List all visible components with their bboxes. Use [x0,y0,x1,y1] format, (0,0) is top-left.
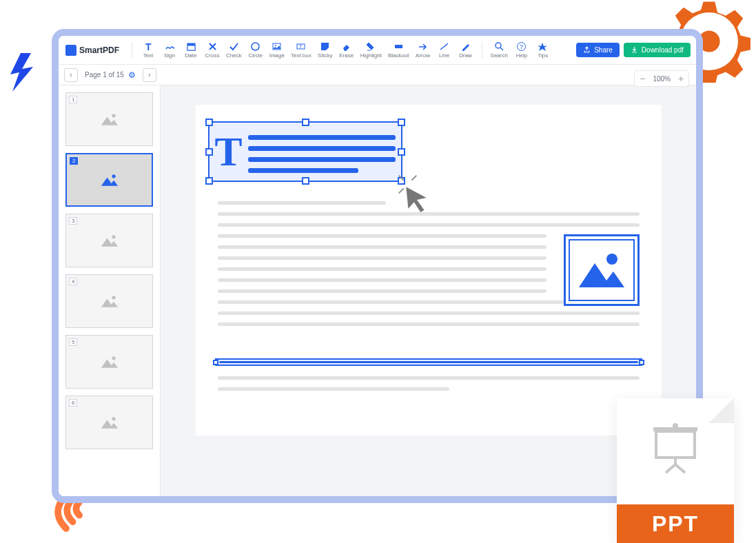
check-icon [229,41,239,52]
svg-line-10 [440,43,448,50]
prev-page-button[interactable]: ‹ [64,68,78,82]
resize-handle[interactable] [302,119,309,126]
ppt-file-icon: PPT [617,398,734,543]
arrow-icon [418,41,428,52]
tool-cross[interactable]: Cross [202,40,223,60]
image-icon [272,41,282,52]
resize-handle[interactable] [205,119,213,126]
tool-check[interactable]: Check [223,40,245,60]
canvas-area[interactable]: T [161,85,696,496]
svg-point-20 [112,417,115,420]
draw-icon [460,41,471,52]
search-icon [494,41,504,52]
tool-search[interactable]: Search [488,40,511,60]
svg-line-22 [411,176,416,181]
image-icon [101,415,119,430]
content-area: 123456 T [59,85,696,496]
svg-point-5 [275,45,276,46]
tool-line[interactable]: Line [434,40,455,60]
date-icon [186,41,196,52]
tool-highlight[interactable]: Highlight [358,40,385,60]
toolbar: SmartPDF TTextSignDateCrossCheckCircleIm… [59,36,696,65]
brand-icon [65,45,76,56]
file-type-label: PPT [652,511,699,537]
image-icon [101,233,119,248]
resize-handle[interactable] [205,148,213,156]
svg-point-18 [112,296,115,299]
tool-sticky[interactable]: Sticky [315,40,336,60]
resize-handle[interactable] [205,177,213,185]
tool-help[interactable]: ?Help [511,40,532,60]
next-page-button[interactable]: › [143,68,156,82]
svg-line-28 [666,464,675,473]
thumbnail-5[interactable]: 5 [65,335,153,389]
svg-point-3 [252,43,259,50]
svg-line-21 [398,176,403,181]
share-icon [583,46,591,54]
tool-text-box[interactable]: TText box [288,40,314,60]
line-icon [439,41,449,52]
selected-text-block[interactable]: T [208,121,402,182]
zoom-value: 100% [650,75,673,83]
resize-handle[interactable] [398,148,405,156]
resize-handle[interactable] [213,360,218,365]
tool-sign[interactable]: Sign [159,40,180,60]
lightning-decoration [7,52,41,93]
svg-line-12 [500,48,503,50]
resize-handle[interactable] [398,119,405,126]
svg-line-29 [675,464,685,473]
tool-blackout[interactable]: Blackout [385,40,412,60]
image-icon [578,249,626,291]
svg-point-15 [112,114,115,117]
svg-text:?: ? [520,43,523,50]
svg-point-11 [496,43,501,48]
text-T-icon: T [215,131,243,172]
circle-icon [250,41,260,52]
image-icon [101,354,119,369]
zoom-in-button[interactable]: + [673,71,688,86]
page-settings-icon[interactable]: ⚙ [128,70,136,80]
svg-point-24 [606,254,617,265]
page-info: Page 1 of 15 ⚙ [85,70,136,80]
resize-handle[interactable] [639,360,644,365]
share-button[interactable]: Share [576,43,620,57]
body-text-placeholder [218,376,640,391]
thumbnail-4[interactable]: 4 [65,274,153,328]
svg-rect-25 [656,431,695,458]
image-placeholder[interactable] [564,234,640,306]
svg-rect-2 [187,45,195,50]
app-window: SmartPDF TTextSignDateCrossCheckCircleIm… [52,29,703,503]
image-icon [101,172,119,187]
svg-point-30 [673,423,678,429]
tool-draw[interactable]: Draw [456,40,476,60]
tool-erase[interactable]: Erase [336,40,357,60]
brand: SmartPDF [64,45,126,56]
svg-point-17 [112,235,115,238]
download-button[interactable]: Download pdf [624,43,691,57]
erase-icon [341,41,351,52]
svg-rect-9 [395,45,402,48]
image-icon [101,112,119,127]
sticky-icon [320,41,330,52]
thumbnail-6[interactable]: 6 [65,396,153,449]
document-page: T [196,105,662,436]
tool-tips[interactable]: Tips [533,40,553,60]
tool-circle[interactable]: Circle [245,40,266,60]
presentation-icon [648,419,703,474]
tool-image[interactable]: Image [267,40,287,60]
thumbnail-2[interactable]: 2 [65,153,153,207]
image-icon [101,294,119,309]
cursor-icon [402,185,431,214]
thumbnail-3[interactable]: 3 [65,214,153,267]
T-icon: T [143,41,154,52]
tool-text[interactable]: TText [138,40,159,60]
tool-arrow[interactable]: Arrow [413,40,433,60]
svg-text:T: T [145,41,152,52]
zoom-out-button[interactable]: − [635,71,650,86]
resize-handle[interactable] [302,177,309,185]
svg-point-19 [112,356,115,360]
zoom-control: − 100% + [634,70,689,87]
thumbnail-1[interactable]: 1 [65,92,153,146]
tool-date[interactable]: Date [181,40,201,60]
selected-line[interactable] [215,358,642,366]
